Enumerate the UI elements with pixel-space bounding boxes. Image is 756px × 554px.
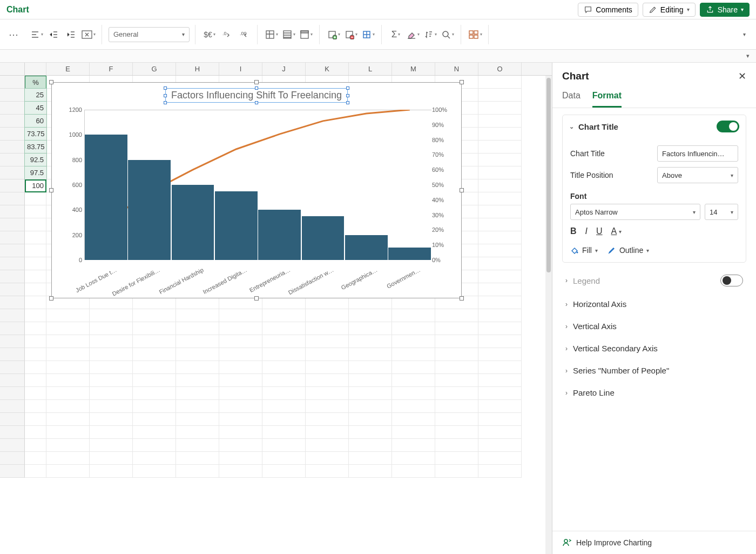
chevron-down-icon[interactable]: ▾: [746, 52, 750, 59]
y-axis-tick: 800: [72, 157, 82, 163]
clear-button[interactable]: ▾: [406, 27, 421, 42]
share-button[interactable]: Share ▾: [700, 3, 750, 17]
y-axis: 020040060080010001200: [64, 110, 83, 260]
delete-cells-button[interactable]: ▾: [343, 27, 359, 42]
y-axis-tick: 1200: [69, 106, 82, 113]
pareto-line-section[interactable]: › Pareto Line: [562, 382, 746, 404]
x-axis-tick: Entrepreneuria…: [248, 266, 292, 293]
column-header[interactable]: E: [46, 63, 90, 75]
panel-footer-link[interactable]: Help Improve Charting: [552, 531, 756, 554]
resize-handle[interactable]: [460, 80, 464, 84]
cell[interactable]: 45: [25, 102, 46, 115]
tab-data[interactable]: Data: [562, 91, 580, 108]
vertical-axis-section[interactable]: › Vertical Axis: [562, 315, 746, 337]
cell[interactable]: 73.75: [25, 128, 46, 141]
currency-button[interactable]: $€▾: [202, 27, 217, 42]
decrease-decimal-button[interactable]: .00: [237, 27, 252, 42]
font-family-select[interactable]: Aptos Narrow ▾: [570, 204, 700, 220]
fill-dropdown[interactable]: Fill ▾: [570, 246, 598, 255]
font-color-button[interactable]: A▾: [611, 226, 622, 236]
cell[interactable]: 25: [25, 89, 46, 102]
format-cells-button[interactable]: ▾: [361, 27, 376, 42]
font-size-select[interactable]: 14 ▾: [705, 204, 738, 220]
resize-handle[interactable]: [254, 80, 259, 84]
column-header[interactable]: N: [435, 63, 478, 75]
cell[interactable]: 92.5: [25, 153, 46, 166]
chart-title[interactable]: Factors Influencing Shift To Freelancing: [165, 88, 348, 103]
italic-button[interactable]: I: [585, 226, 588, 236]
column-header[interactable]: L: [349, 63, 392, 75]
series-section[interactable]: › Series "Number of People": [562, 359, 746, 382]
resize-handle[interactable]: [254, 296, 259, 301]
legend-section[interactable]: › Legend: [562, 268, 746, 293]
cell[interactable]: 97.5: [25, 166, 46, 179]
legend-toggle[interactable]: [720, 275, 743, 286]
ribbon-more-button[interactable]: ⋯: [4, 27, 23, 42]
title-position-label: Title Position: [570, 171, 613, 179]
chart-title-input[interactable]: Factors Influencin…: [657, 145, 738, 162]
conditional-formatting-button[interactable]: ▾: [264, 27, 279, 42]
autosum-button[interactable]: Σ▾: [388, 27, 403, 42]
pencil-outline-icon: [608, 246, 616, 255]
insert-cells-button[interactable]: ▾: [326, 27, 341, 42]
section-label: Vertical Axis: [573, 322, 617, 331]
column-header[interactable]: H: [176, 63, 219, 75]
sort-filter-button[interactable]: ▾: [423, 27, 438, 42]
column-header[interactable]: I: [219, 63, 262, 75]
find-button[interactable]: ▾: [440, 27, 455, 42]
close-panel-button[interactable]: ✕: [738, 70, 746, 82]
cell[interactable]: 60: [25, 115, 46, 128]
addins-button[interactable]: ▾: [468, 27, 483, 42]
chart-title-text: Factors Influencing Shift To Freelancing: [171, 90, 342, 101]
grid[interactable]: % 25 45 60 73.75 83.75 92.5 97.5 100: [0, 76, 552, 554]
chart-bar: [128, 160, 171, 260]
resize-handle[interactable]: [460, 188, 464, 192]
cell[interactable]: %: [25, 76, 46, 89]
format-table-button[interactable]: ▾: [281, 27, 296, 42]
column-header[interactable]: K: [306, 63, 349, 75]
align-left-button[interactable]: ▾: [29, 27, 44, 42]
x-axis-tick: Job Loss Due t…: [75, 266, 118, 293]
title-position-select[interactable]: Above ▾: [657, 167, 738, 183]
embedded-chart[interactable]: Factors Influencing Shift To Freelancing…: [51, 82, 462, 298]
column-header[interactable]: M: [392, 63, 435, 75]
bold-button[interactable]: B: [570, 226, 577, 236]
x-axis-tick: Dissatisfaction w…: [287, 266, 335, 296]
resize-handle[interactable]: [49, 296, 53, 301]
svg-rect-14: [474, 31, 478, 34]
chart-title-toggle[interactable]: [717, 121, 739, 132]
svg-rect-15: [469, 35, 473, 38]
column-header[interactable]: G: [133, 63, 176, 75]
svg-point-12: [443, 31, 448, 37]
resize-handle[interactable]: [49, 80, 53, 84]
cell[interactable]: 83.75: [25, 141, 46, 153]
outline-dropdown[interactable]: Outline ▾: [608, 246, 649, 255]
merge-cells-button[interactable]: ▾: [81, 27, 96, 42]
ribbon-collapse-button[interactable]: ▾: [737, 27, 752, 42]
section-label: Series "Number of People": [573, 366, 669, 375]
resize-handle[interactable]: [460, 296, 464, 301]
chart-format-panel: Chart ✕ Data Format ⌄ Chart Title Chart …: [552, 63, 756, 554]
indent-decrease-button[interactable]: [46, 27, 62, 42]
chart-title-accordion-header[interactable]: ⌄ Chart Title: [563, 115, 746, 138]
column-header[interactable]: J: [262, 63, 306, 75]
number-format-select[interactable]: General ▾: [109, 27, 190, 42]
vertical-secondary-axis-section[interactable]: › Vertical Secondary Axis: [562, 337, 746, 359]
y-axis-tick: 1000: [69, 131, 82, 138]
active-cell[interactable]: 100: [25, 179, 46, 192]
increase-decimal-button[interactable]: .0: [219, 27, 234, 42]
editing-mode-button[interactable]: Editing ▾: [643, 3, 696, 17]
underline-button[interactable]: U: [596, 226, 603, 236]
resize-handle[interactable]: [49, 188, 53, 192]
cell-styles-button[interactable]: ▾: [299, 27, 314, 42]
vertical-scrollbar[interactable]: [545, 76, 552, 554]
column-header[interactable]: O: [478, 63, 522, 75]
column-header[interactable]: F: [90, 63, 133, 75]
horizontal-axis-section[interactable]: › Horizontal Axis: [562, 293, 746, 315]
spreadsheet-area[interactable]: E F G H I J K L M N O % 25 45 60 73.75 8…: [0, 63, 552, 554]
scrollbar-thumb[interactable]: [546, 78, 551, 272]
tab-format[interactable]: Format: [592, 91, 622, 108]
indent-increase-button[interactable]: [64, 27, 79, 42]
column-header[interactable]: [25, 63, 46, 75]
comments-button[interactable]: Comments: [578, 3, 638, 17]
